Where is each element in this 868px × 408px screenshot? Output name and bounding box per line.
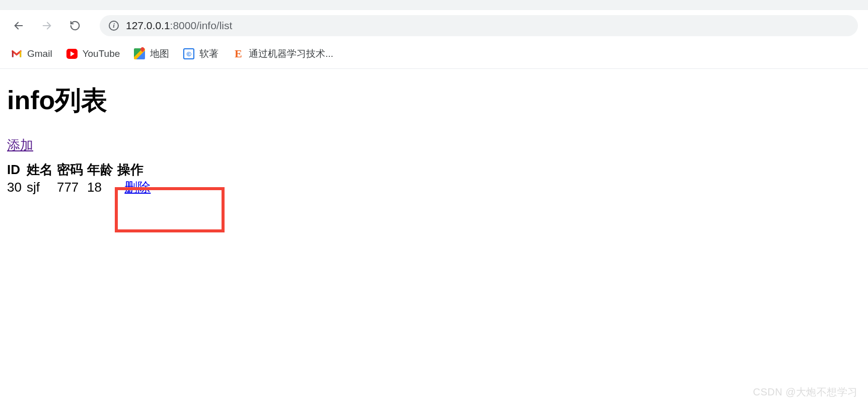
cell-id: 30 (7, 179, 27, 196)
maps-icon (134, 48, 145, 59)
back-button[interactable] (10, 17, 27, 34)
cell-password: 777 (57, 179, 87, 196)
forward-button[interactable] (38, 17, 55, 34)
address-bar[interactable]: i 127.0.0.1:8000/info/list (100, 15, 858, 36)
tab-strip (0, 0, 868, 10)
cell-name: sjf (27, 179, 57, 196)
th-name: 姓名 (27, 161, 57, 179)
bookmark-maps[interactable]: 地图 (134, 47, 169, 60)
page-content: info列表 添加 ID 姓名 密码 年龄 操作 30 sjf 777 18 删… (0, 69, 868, 210)
cell-age: 18 (87, 179, 117, 196)
bookmark-label: Gmail (27, 48, 52, 59)
add-link[interactable]: 添加 (7, 136, 33, 154)
info-table: ID 姓名 密码 年龄 操作 30 sjf 777 18 删除 (7, 161, 156, 196)
watermark: CSDN @大炮不想学习 (753, 385, 858, 399)
reload-button[interactable] (66, 17, 84, 34)
url-text: 127.0.0.1:8000/info/list (126, 20, 232, 32)
youtube-icon (66, 48, 78, 59)
bookmark-label: 地图 (150, 47, 169, 60)
bookmark-label: 软著 (199, 47, 219, 60)
page-title: info列表 (7, 83, 861, 118)
bookmark-ruanzhu[interactable]: © 软著 (183, 47, 219, 60)
url-path: :8000/info/list (170, 20, 233, 31)
table-header-row: ID 姓名 密码 年龄 操作 (7, 161, 156, 179)
table-row: 30 sjf 777 18 删除 (7, 179, 156, 196)
th-op: 操作 (117, 161, 156, 179)
th-id: ID (7, 161, 27, 179)
copyright-icon: © (183, 48, 194, 59)
th-password: 密码 (57, 161, 87, 179)
cell-op: 删除 (117, 179, 156, 196)
site-info-icon[interactable]: i (109, 21, 119, 31)
browser-toolbar: i 127.0.0.1:8000/info/list (0, 10, 868, 41)
bookmarks-bar: Gmail YouTube 地图 © 软著 E 通过机器学习技术... (0, 41, 868, 69)
th-age: 年龄 (87, 161, 117, 179)
bookmark-label: YouTube (83, 48, 120, 59)
gmail-icon (11, 48, 22, 59)
bookmark-label: 通过机器学习技术... (249, 47, 333, 60)
url-host: 127.0.0.1 (126, 20, 170, 31)
etsy-icon: E (233, 48, 244, 59)
bookmark-youtube[interactable]: YouTube (66, 48, 120, 59)
bookmark-gmail[interactable]: Gmail (11, 48, 52, 59)
bookmark-ml[interactable]: E 通过机器学习技术... (233, 47, 333, 60)
delete-link[interactable]: 删除 (124, 180, 151, 195)
